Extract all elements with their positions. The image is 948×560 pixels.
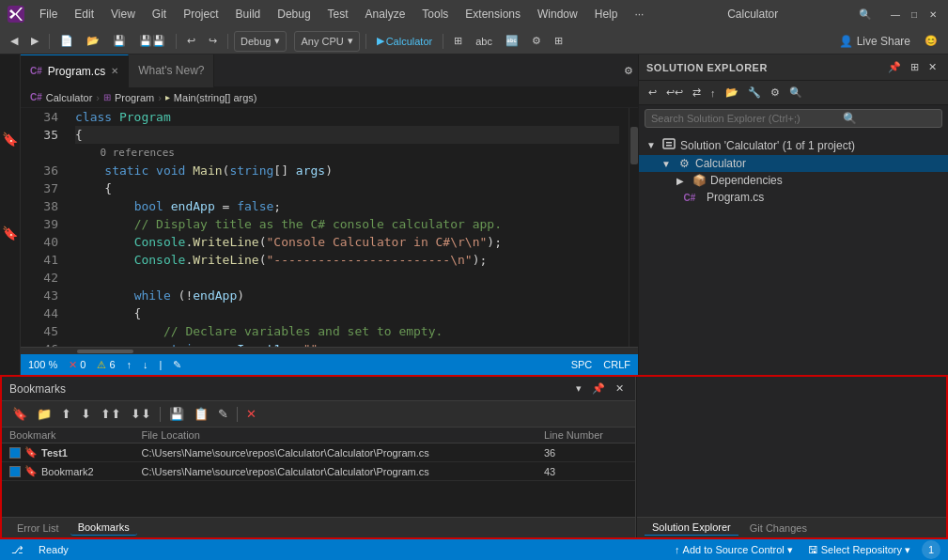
menu-file[interactable]: File (32, 4, 65, 24)
bm-row-2-checkbox[interactable] (9, 466, 21, 477)
breadcrumb-class[interactable]: Program (115, 92, 154, 103)
menu-window[interactable]: Window (530, 4, 585, 24)
code-line-42 (75, 269, 619, 287)
minimize-button[interactable]: — (888, 7, 903, 22)
menu-view[interactable]: View (103, 4, 143, 24)
se-search-input[interactable] (651, 113, 839, 124)
redo-button[interactable]: ↪ (204, 33, 222, 49)
menu-extensions[interactable]: Extensions (458, 4, 528, 24)
tools-button-2[interactable]: abc (471, 34, 497, 49)
platform-dropdown[interactable]: Any CPU ▾ (294, 31, 359, 52)
bm-row-2[interactable]: 🔖 Bookmark2 C:\Users\Name\source\repos\C… (2, 462, 635, 481)
breadcrumb-method[interactable]: Main(string[] args) (174, 92, 257, 103)
se-btn-7[interactable]: ⚙ (767, 85, 784, 101)
menu-git[interactable]: Git (145, 4, 174, 24)
tree-item-calculator[interactable]: ▼ ⚙ Calculator (639, 155, 948, 172)
tab-solution-explorer-bottom[interactable]: Solution Explorer (645, 520, 738, 536)
bm-folder-button[interactable]: 📁 (34, 405, 54, 423)
select-repository-button[interactable]: 🖫 Select Repository ▾ (804, 544, 914, 556)
git-branch-button[interactable]: ⎇ (8, 544, 27, 556)
menu-build[interactable]: Build (228, 4, 269, 24)
menu-test[interactable]: Test (320, 4, 356, 24)
search-button[interactable]: 🔍 (854, 7, 877, 23)
editor-scrollbar[interactable] (629, 108, 638, 347)
bm-save-button[interactable]: 💾 (166, 405, 187, 423)
se-btn-2[interactable]: ↩↩ (662, 85, 687, 101)
feedback-button[interactable]: 😊 (920, 33, 942, 49)
editor-hscrollbar[interactable] (21, 347, 638, 354)
se-btn-sync[interactable]: ⇄ (689, 85, 705, 101)
bookmark-icon-2[interactable]: 🔖 (1, 224, 20, 242)
se-btn-1[interactable]: ↩ (645, 85, 660, 101)
code-editor[interactable]: class Program { 0 references static void… (66, 108, 629, 347)
tools-button-1[interactable]: ⊞ (449, 33, 467, 49)
bookmark-icon-1[interactable]: 🔖 (1, 130, 20, 148)
tree-arrow-deps: ▶ (676, 176, 688, 186)
run-button[interactable]: ▶ Calculator (372, 33, 438, 49)
bm-next-folder-button[interactable]: ⬇⬇ (128, 405, 154, 423)
panel-pin-button[interactable]: 📌 (884, 59, 905, 75)
se-btn-4[interactable]: ↑ (707, 86, 720, 101)
save-all-button[interactable]: 💾💾 (134, 33, 170, 49)
tab-close-program-cs[interactable]: ✕ (111, 66, 118, 76)
panel-float-button[interactable]: ⊞ (907, 59, 923, 75)
add-source-control-button[interactable]: ↑ Add to Source Control ▾ (671, 544, 797, 556)
notification-button[interactable]: 1 (922, 540, 940, 559)
se-btn-6[interactable]: 🔧 (744, 85, 765, 101)
format-icon: | (160, 359, 163, 370)
breadcrumb-filename[interactable]: Calculator (46, 92, 93, 103)
run-label: Calculator (386, 36, 433, 47)
close-button[interactable]: ✕ (925, 7, 940, 22)
tab-git-changes[interactable]: Git Changes (742, 521, 815, 536)
back-button[interactable]: ◀ (6, 33, 23, 49)
se-btn-5[interactable]: 📂 (722, 85, 742, 101)
bm-add-button[interactable]: 🔖 (9, 405, 30, 423)
undo-button[interactable]: ↩ (182, 33, 200, 49)
live-share-button[interactable]: 👤 Live Share (833, 33, 916, 50)
tab-settings-button[interactable]: ⚙ (619, 63, 638, 79)
panel-close-button[interactable]: ✕ (925, 59, 940, 75)
open-file-button[interactable]: 📂 (82, 33, 104, 49)
bookmark-panel-close[interactable]: ✕ (612, 381, 628, 397)
tree-item-dependencies[interactable]: ▶ 📦 Dependencies (639, 172, 948, 189)
bookmark-panel-dropdown[interactable]: ▾ (572, 381, 585, 397)
tree-program-cs-label: Program.cs (707, 191, 764, 204)
menu-tools[interactable]: Tools (414, 4, 456, 24)
tools-button-4[interactable]: ⚙ (527, 33, 546, 49)
tools-button-3[interactable]: 🔤 (501, 33, 523, 49)
menu-help[interactable]: Help (587, 4, 626, 24)
menu-edit[interactable]: Edit (67, 4, 101, 24)
tab-error-list[interactable]: Error List (9, 521, 67, 536)
select-repository-label: Select Repository (821, 544, 902, 555)
tools-button-5[interactable]: ⊞ (550, 33, 567, 49)
tab-bookmarks[interactable]: Bookmarks (70, 520, 137, 536)
bm-row-1-checkbox[interactable] (9, 447, 21, 459)
menu-debug[interactable]: Debug (270, 4, 318, 24)
code-container[interactable]: 34 35 36 37 38 39 40 41 42 43 44 45 46 4… (21, 108, 638, 347)
bm-next-button[interactable]: ⬇ (78, 405, 94, 423)
tab-whats-new[interactable]: What's New? (129, 54, 214, 87)
menu-more[interactable]: ··· (627, 4, 651, 24)
new-file-button[interactable]: 📄 (55, 33, 78, 49)
tree-item-program-cs[interactable]: C# Program.cs (639, 189, 948, 206)
debug-config-dropdown[interactable]: Debug ▾ (234, 31, 287, 52)
vs-logo (8, 6, 24, 23)
bm-delete-button[interactable]: ✕ (243, 405, 259, 423)
se-btn-filter[interactable]: 🔍 (785, 85, 806, 101)
notification-count: 1 (928, 544, 934, 555)
bm-prev-button[interactable]: ⬆ (58, 405, 74, 423)
bm-prev-folder-button[interactable]: ⬆⬆ (98, 405, 124, 423)
save-button[interactable]: 💾 (108, 33, 131, 49)
tab-program-cs[interactable]: C# Program.cs ✕ (21, 54, 129, 87)
forward-button[interactable]: ▶ (26, 33, 43, 49)
bm-export-button[interactable]: 📋 (191, 405, 211, 423)
code-line-34: class Program (75, 108, 619, 126)
menu-project[interactable]: Project (176, 4, 225, 24)
bookmark-panel-pin[interactable]: 📌 (588, 381, 609, 397)
menu-analyze[interactable]: Analyze (358, 4, 413, 24)
maximize-button[interactable]: □ (907, 7, 922, 22)
bookmark-table-container[interactable]: Bookmark File Location Line Number 🔖 (2, 428, 635, 517)
tree-item-solution[interactable]: ▼ Solution 'Calculator' (1 of 1 project) (639, 135, 948, 155)
bm-row-1[interactable]: 🔖 Test1 C:\Users\Name\source\repos\Calcu… (2, 443, 635, 462)
bm-rename-button[interactable]: ✎ (215, 405, 231, 423)
